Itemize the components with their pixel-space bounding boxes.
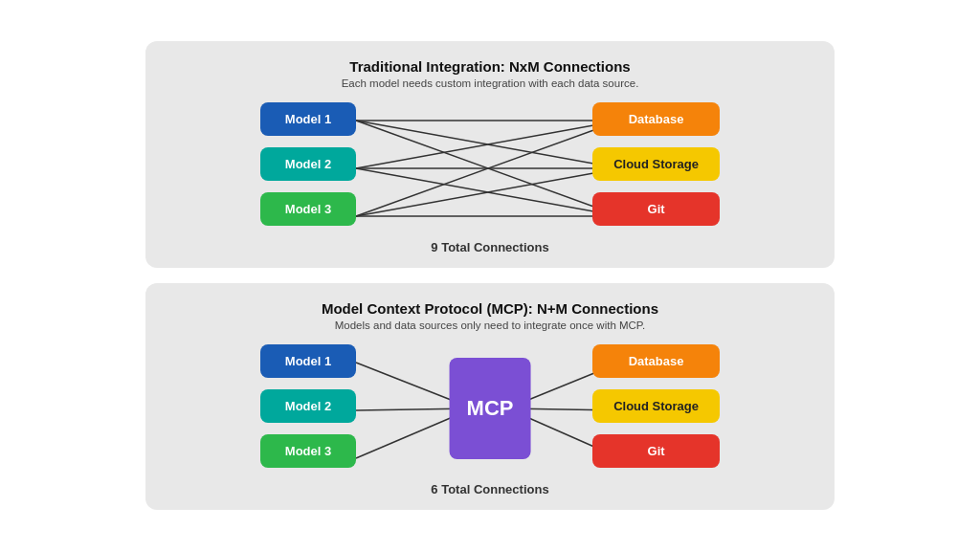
top-diagram-title: Traditional Integration: NxM Connections [168,58,812,75]
top-diagram-content: Model 1 Model 2 Model 3 Database Cloud S… [168,102,812,231]
bottom-diagram: Model Context Protocol (MCP): N+M Connec… [145,283,835,510]
bottom-diagram-subtitle: Models and data sources only need to int… [168,320,812,331]
bottom-diagram-footer: 6 Total Connections [168,482,812,496]
bottom-diagram-content: Model 1 Model 2 Model 3 MCP Database Clo… [168,344,812,473]
top-model2: Model 2 [260,147,356,181]
top-database: Database [592,102,720,136]
bottom-cloud-storage: Cloud Storage [592,389,720,423]
top-diagram-subtitle: Each model needs custom integration with… [168,77,812,89]
top-git: Git [592,192,720,226]
top-cloud-storage: Cloud Storage [592,147,720,181]
main-container: Traditional Integration: NxM Connections… [0,0,980,551]
bottom-model1: Model 1 [260,344,356,378]
top-model3: Model 3 [260,192,356,226]
top-diagram: Traditional Integration: NxM Connections… [145,41,835,268]
bottom-database: Database [592,344,720,378]
top-model1: Model 1 [260,102,356,136]
bottom-diagram-title: Model Context Protocol (MCP): N+M Connec… [168,300,812,317]
top-diagram-footer: 9 Total Connections [168,240,812,254]
bottom-model3: Model 3 [260,434,356,468]
mcp-node: MCP [450,358,531,459]
bottom-model2: Model 2 [260,389,356,423]
bottom-git: Git [592,434,720,468]
